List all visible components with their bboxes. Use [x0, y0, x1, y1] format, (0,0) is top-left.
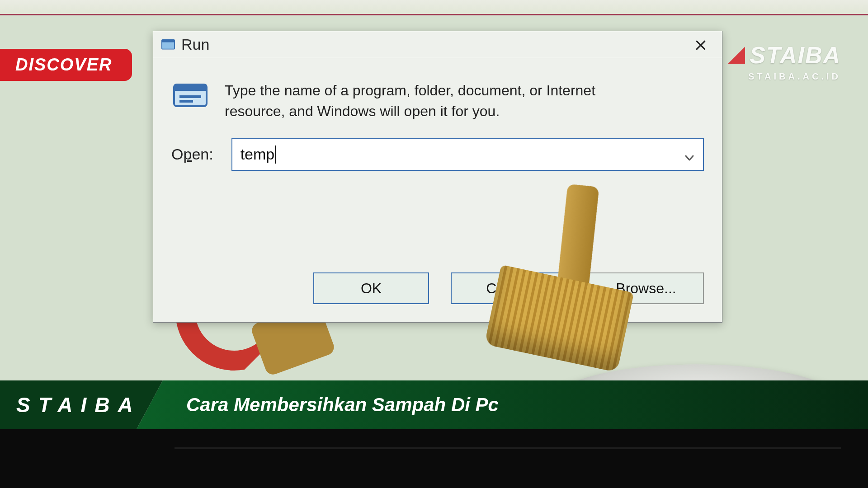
watermark-title: STAIBA [750, 42, 841, 69]
run-window-icon [161, 39, 175, 50]
watermark-subtitle: STAIBA.AC.ID [728, 71, 841, 82]
svg-rect-4 [179, 95, 201, 98]
window-top-strip [0, 0, 868, 15]
stage: DISCOVER STAIBA STAIBA.AC.ID Run [0, 0, 868, 488]
open-label: Open: [171, 145, 213, 163]
run-titlebar: Run [153, 31, 722, 58]
footer-rule [175, 447, 841, 449]
open-input-value: temp [241, 145, 275, 163]
run-dialog-icon [171, 80, 211, 112]
close-icon [695, 39, 707, 51]
discover-badge: DISCOVER [0, 49, 132, 81]
svg-rect-5 [179, 100, 193, 103]
text-cursor [275, 145, 276, 164]
banner-headline: Cara Membersihkan Sampah Di Pc [137, 380, 868, 429]
ok-button[interactable]: OK [313, 272, 429, 304]
run-description: Type the name of a program, folder, docu… [225, 80, 654, 122]
broom-graphic [455, 193, 648, 386]
run-title: Run [181, 36, 209, 53]
chevron-down-icon[interactable] [684, 149, 695, 160]
watermark: STAIBA STAIBA.AC.ID [728, 42, 841, 82]
banner-brand: STAIBA [0, 380, 163, 429]
close-button[interactable] [688, 36, 714, 55]
open-combobox[interactable]: temp [231, 138, 704, 171]
run-dialog: Run Type the name of a program, folder, … [153, 31, 722, 323]
headline-banner: STAIBA Cara Membersihkan Sampah Di Pc [0, 380, 868, 429]
svg-rect-3 [174, 84, 207, 91]
watermark-triangle-icon [728, 47, 745, 64]
svg-rect-1 [162, 40, 175, 42]
footer-black-area [0, 429, 868, 488]
